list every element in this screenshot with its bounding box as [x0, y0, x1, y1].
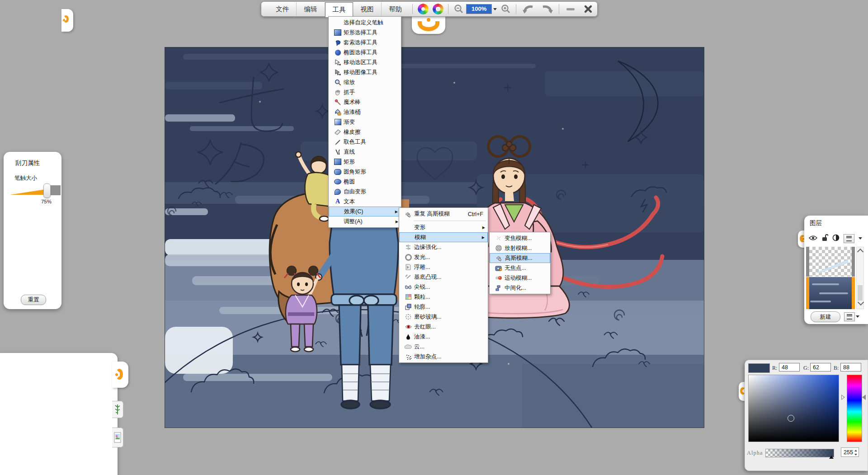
blur-menu-item[interactable]: 运动模糊... — [490, 273, 550, 283]
tools-menu-item[interactable]: 油漆桶 — [329, 107, 401, 117]
tools-menu-item[interactable]: A文本 — [329, 197, 401, 207]
blur-menu-item[interactable]: 无焦点... — [490, 263, 550, 273]
tools-menu-item[interactable]: 矩形 — [329, 157, 401, 167]
tools-menu-item[interactable]: 移动选区工具 — [329, 57, 401, 67]
close-icon[interactable] — [580, 3, 597, 15]
layer-menu-icon[interactable] — [844, 234, 854, 243]
effects-menu-item[interactable]: 浮雕... — [399, 262, 488, 272]
b-input[interactable]: 88 — [840, 363, 861, 372]
lasso-icon — [334, 39, 341, 46]
zoom-blur-icon — [495, 235, 502, 242]
minimize-icon[interactable] — [562, 3, 580, 15]
menu-tools[interactable]: 工具 — [325, 2, 353, 17]
effects-menu-item[interactable]: 尖锐... — [399, 282, 488, 292]
palette-collapse-handle[interactable] — [112, 362, 128, 388]
tools-menu-item[interactable]: 魔术棒 — [329, 97, 401, 107]
layers-panel-title: 图层 — [810, 219, 822, 227]
effects-menu-item[interactable]: 重复 高斯模糊Ctrl+F — [399, 209, 488, 219]
zoom-out-icon[interactable] — [451, 3, 466, 15]
hue-marker-left[interactable] — [841, 395, 845, 400]
line-tool-icon — [334, 148, 341, 155]
menu-help[interactable]: 帮助 — [382, 2, 410, 16]
tools-menu-item[interactable]: 套索选择工具 — [329, 38, 401, 47]
layer-list — [806, 247, 855, 309]
tools-menu-item[interactable]: 圆角矩形 — [329, 167, 401, 177]
tools-menu-item[interactable]: 缩放 — [329, 77, 401, 87]
picture-tab[interactable] — [112, 428, 123, 447]
effects-menu-item-transform[interactable]: 变形▶ — [399, 222, 488, 232]
effects-menu-item[interactable]: 边缘强化... — [399, 242, 488, 252]
effects-menu-item[interactable]: 磨砂玻璃... — [399, 312, 488, 322]
tools-menu-item[interactable]: 选择自定义笔触 — [329, 18, 401, 28]
tools-menu-item[interactable]: 橡皮擦 — [329, 127, 401, 137]
scroll-up-icon[interactable] — [857, 249, 863, 255]
blur-menu-item-gaussian[interactable]: 高斯模糊... — [490, 253, 550, 263]
glow-icon — [405, 254, 412, 261]
saturation-value-square[interactable] — [748, 375, 839, 442]
bamboo-icon — [114, 404, 121, 415]
layer-options-caret[interactable] — [856, 315, 859, 318]
layer-item-sky-selected[interactable] — [806, 277, 855, 309]
layer-scrollbar[interactable] — [856, 247, 864, 309]
alpha-marker[interactable] — [829, 456, 834, 459]
tools-menu-item-adjust[interactable]: 调整(A)▶ — [329, 216, 401, 226]
menu-file[interactable]: 文件 — [269, 2, 297, 16]
zoom-dropdown-caret[interactable] — [493, 8, 497, 10]
hue-marker-right[interactable] — [862, 395, 866, 400]
effects-menu-item[interactable]: 云... — [399, 342, 488, 352]
menu-view[interactable]: 视图 — [353, 2, 381, 16]
tools-menu-item[interactable]: 直线 — [329, 147, 401, 157]
layer-options-icon[interactable] — [844, 312, 855, 321]
alpha-spin-up-icon[interactable] — [854, 448, 858, 452]
r-input[interactable]: 48 — [779, 363, 800, 372]
lock-icon[interactable] — [821, 234, 828, 243]
eye-icon[interactable] — [809, 235, 817, 243]
undo-icon[interactable] — [519, 3, 538, 15]
g-input[interactable]: 62 — [810, 363, 831, 372]
palette-roundel-icon[interactable] — [415, 3, 430, 15]
redo-icon[interactable] — [538, 3, 556, 15]
tools-menu-item[interactable]: 椭圆 — [329, 177, 401, 187]
effects-menu-item[interactable]: 增加杂点... — [399, 352, 488, 362]
hue-strip[interactable] — [847, 375, 862, 442]
color-wheel-icon[interactable] — [430, 3, 445, 15]
tools-menu-item[interactable]: 抓手 — [329, 87, 401, 97]
layer-item-top[interactable] — [806, 247, 855, 277]
effects-menu-item[interactable]: 去红眼... — [399, 322, 488, 332]
opacity-icon[interactable] — [832, 234, 840, 243]
scraper-panel-collapse-handle[interactable] — [61, 9, 73, 32]
layer-menu-caret[interactable] — [859, 237, 862, 240]
effects-menu-item[interactable]: 基底凸现... — [399, 272, 488, 282]
tools-menu-item[interactable]: 取色工具 — [329, 137, 401, 147]
new-layer-button[interactable]: 新建 — [811, 311, 840, 322]
tools-menu-item[interactable]: 渐变 — [329, 117, 401, 127]
effects-menu-item[interactable]: 发光... — [399, 252, 488, 262]
tools-menu-item[interactable]: 椭圆选择工具 — [329, 47, 401, 57]
effects-menu-item[interactable]: 轮廓... — [399, 302, 488, 312]
zoom-level-field[interactable]: 100% — [466, 4, 492, 14]
move-image-icon — [334, 69, 341, 76]
brush-size-slider[interactable] — [10, 184, 61, 196]
slider-thumb[interactable] — [43, 183, 51, 198]
scraper-properties-panel: 刮刀属性 笔触大小 75% 重置 — [4, 152, 61, 309]
effects-menu-item-blur[interactable]: 模糊▶ — [399, 232, 488, 242]
alpha-spin-down-icon[interactable] — [854, 452, 858, 456]
blur-menu-item[interactable]: 放射模糊... — [490, 243, 550, 253]
blur-menu-item[interactable]: 中间化... — [490, 283, 550, 293]
tools-menu-item[interactable]: 移动图像工具 — [329, 67, 401, 77]
alpha-slider[interactable] — [765, 449, 834, 457]
menu-edit[interactable]: 编辑 — [297, 2, 325, 16]
tools-menu-item[interactable]: 自由变形 — [329, 187, 401, 197]
effects-menu-item[interactable]: 油漆... — [399, 332, 488, 342]
panel-title: 刮刀属性 — [15, 159, 40, 167]
blur-menu-item[interactable]: 变焦模糊... — [490, 233, 550, 243]
zoom-in-icon[interactable] — [498, 3, 513, 15]
reset-button[interactable]: 重置 — [21, 295, 46, 305]
bamboo-pen-tab[interactable] — [112, 401, 123, 418]
tools-menu-item[interactable]: 矩形选择工具 — [329, 28, 401, 38]
toolbar-collapse-handle[interactable] — [412, 16, 445, 34]
tools-menu-item-effects[interactable]: 效果(C)▶ — [329, 207, 401, 216]
effects-menu-item[interactable]: 颗粒... — [399, 292, 488, 302]
scroll-thumb[interactable] — [858, 285, 863, 301]
color-marker[interactable] — [788, 415, 794, 422]
